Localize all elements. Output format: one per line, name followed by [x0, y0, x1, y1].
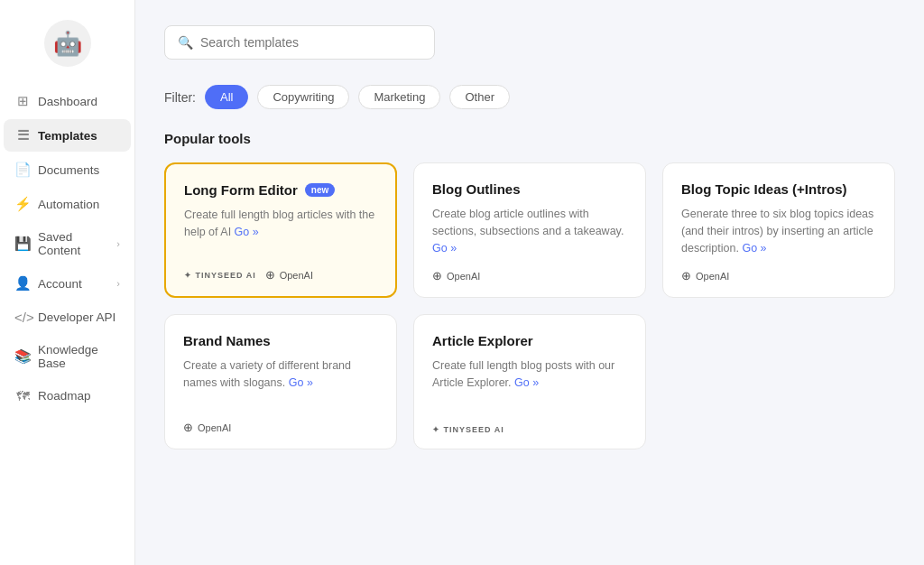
sidebar-item-knowledge-base[interactable]: 📚Knowledge Base — [4, 335, 131, 378]
sidebar-item-label: Roadmap — [38, 389, 91, 403]
openai-badge: ⊕ OpenAI — [432, 269, 480, 282]
search-bar[interactable]: 🔍 — [164, 25, 435, 60]
card-title: Blog Outlines — [432, 181, 627, 197]
developer-api-icon: </> — [14, 310, 31, 325]
sidebar-item-automation[interactable]: ⚡Automation — [4, 188, 131, 220]
new-badge: new — [305, 183, 335, 197]
saved-content-icon: 💾 — [14, 236, 31, 252]
card-title-text: Brand Names — [183, 333, 271, 348]
chevron-right-icon: › — [116, 278, 120, 289]
search-icon: 🔍 — [178, 35, 193, 50]
card-footer: ✦ TINYSEED AI — [432, 425, 627, 434]
tinyseed-badge: ✦ TINYSEED AI — [184, 271, 256, 280]
sidebar-item-documents[interactable]: 📄Documents — [4, 153, 131, 186]
openai-badge: ⊕ OpenAI — [681, 269, 729, 282]
go-link[interactable]: Go » — [235, 226, 259, 238]
filter-btn-copywriting[interactable]: Copywriting — [257, 85, 349, 109]
dashboard-icon: ⊞ — [14, 93, 31, 109]
sidebar-item-label: Account — [38, 277, 82, 291]
documents-icon: 📄 — [14, 162, 31, 178]
card-description: Generate three to six blog topics ideas … — [681, 206, 876, 256]
card-description: Create a variety of different brand name… — [183, 357, 378, 408]
card-long-form-editor[interactable]: Long Form EditornewCreate full length bl… — [164, 162, 397, 298]
card-article-explorer[interactable]: Article ExplorerCreate full length blog … — [413, 314, 646, 449]
card-title-text: Long Form Editor — [184, 182, 298, 198]
card-description: Create blog article outlines with sectio… — [432, 206, 627, 256]
section-title: Popular tools — [164, 131, 895, 146]
main-content: 🔍 Filter: AllCopywritingMarketingOther P… — [135, 0, 924, 565]
sidebar-item-developer-api[interactable]: </>Developer API — [4, 301, 131, 333]
openai-badge: ⊕ OpenAI — [183, 421, 231, 434]
tinyseed-badge: ✦ TINYSEED AI — [432, 425, 504, 434]
filter-label: Filter: — [164, 90, 196, 105]
sidebar: 🤖 ⊞Dashboard☰Templates📄Documents⚡Automat… — [0, 0, 135, 565]
card-footer: ⊕ OpenAI — [432, 269, 627, 282]
card-blog-outlines[interactable]: Blog OutlinesCreate blog article outline… — [413, 162, 646, 298]
filter-btn-other[interactable]: Other — [449, 85, 510, 109]
account-icon: 👤 — [14, 275, 31, 292]
sidebar-item-label: Developer API — [38, 310, 116, 324]
chevron-right-icon: › — [116, 238, 120, 249]
filter-btn-all[interactable]: All — [205, 85, 248, 109]
card-footer: ⊕ OpenAI — [681, 269, 876, 282]
cards-grid: Long Form EditornewCreate full length bl… — [164, 162, 895, 449]
tinyseed-text: ✦ TINYSEED AI — [184, 271, 256, 280]
openai-icon: ⊕ — [432, 269, 442, 282]
roadmap-icon: 🗺 — [14, 388, 31, 403]
go-link[interactable]: Go » — [432, 242, 457, 255]
sidebar-item-label: Knowledge Base — [38, 343, 120, 370]
card-title: Blog Topic Ideas (+Intros) — [681, 181, 876, 197]
search-input[interactable] — [200, 35, 421, 50]
card-footer: ⊕ OpenAI — [183, 421, 378, 434]
filter-buttons: AllCopywritingMarketingOther — [205, 85, 510, 109]
card-footer: ✦ TINYSEED AI⊕ OpenAI — [184, 268, 377, 282]
card-description: Create full length blog posts with our A… — [432, 357, 627, 412]
sidebar-nav: ⊞Dashboard☰Templates📄Documents⚡Automatio… — [0, 85, 134, 412]
logo-icon: 🤖 — [44, 20, 91, 67]
sidebar-item-label: Documents — [38, 163, 99, 177]
tinyseed-text: ✦ TINYSEED AI — [432, 425, 504, 434]
sidebar-item-account[interactable]: 👤Account› — [4, 267, 131, 300]
card-description: Create full length blog articles with th… — [184, 207, 377, 255]
openai-icon: ⊕ — [265, 268, 275, 282]
openai-badge: ⊕ OpenAI — [265, 268, 313, 282]
sidebar-item-label: Automation — [38, 198, 99, 211]
sidebar-item-templates[interactable]: ☰Templates — [4, 119, 131, 152]
logo: 🤖 — [0, 9, 134, 85]
card-title: Article Explorer — [432, 333, 627, 348]
automation-icon: ⚡ — [14, 196, 31, 212]
sidebar-item-dashboard[interactable]: ⊞Dashboard — [4, 85, 131, 117]
card-title-text: Blog Outlines — [432, 181, 521, 197]
go-link[interactable]: Go » — [289, 376, 313, 389]
filter-btn-marketing[interactable]: Marketing — [358, 85, 440, 109]
sidebar-item-label: Templates — [38, 129, 97, 143]
filter-row: Filter: AllCopywritingMarketingOther — [164, 85, 895, 109]
sidebar-item-saved-content[interactable]: 💾Saved Content› — [4, 222, 131, 265]
card-title-text: Blog Topic Ideas (+Intros) — [681, 181, 847, 197]
openai-icon: ⊕ — [681, 269, 691, 282]
sidebar-item-label: Saved Content — [38, 230, 109, 257]
card-title: Brand Names — [183, 333, 378, 348]
card-brand-names[interactable]: Brand NamesCreate a variety of different… — [164, 314, 397, 449]
sidebar-item-label: Dashboard — [38, 95, 97, 108]
card-blog-topic-ideas[interactable]: Blog Topic Ideas (+Intros)Generate three… — [662, 162, 895, 298]
openai-icon: ⊕ — [183, 421, 193, 434]
card-title-text: Article Explorer — [432, 333, 533, 348]
go-link[interactable]: Go » — [514, 376, 539, 389]
card-title: Long Form Editornew — [184, 182, 377, 198]
knowledge-base-icon: 📚 — [14, 348, 31, 365]
sidebar-item-roadmap[interactable]: 🗺Roadmap — [4, 380, 131, 412]
go-link[interactable]: Go » — [742, 242, 766, 255]
templates-icon: ☰ — [14, 127, 31, 144]
